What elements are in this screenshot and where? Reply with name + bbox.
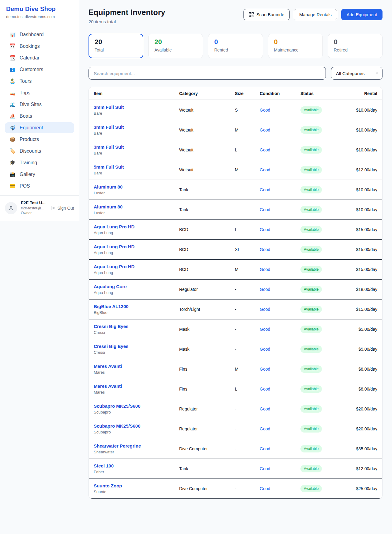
status-badge: Available — [300, 306, 322, 313]
item-name-link[interactable]: Cressi Big Eyes — [94, 344, 128, 349]
condition-link[interactable]: Good — [260, 247, 270, 252]
condition-link[interactable]: Good — [260, 167, 270, 172]
condition-link[interactable]: Good — [260, 446, 270, 451]
sidebar-item-dive-sites[interactable]: 🌊 Dive Sites — [5, 99, 74, 110]
sign-out-button[interactable]: Sign Out — [50, 205, 75, 211]
manage-rentals-button[interactable]: Manage Rentals — [294, 9, 337, 20]
item-name-link[interactable]: Aqua Lung Pro HD — [94, 224, 134, 229]
stat-card-available[interactable]: 20 Available — [148, 34, 203, 58]
item-cell: Aqua Lung Pro HD Aqua Lung — [94, 224, 179, 235]
status-badge: Available — [300, 485, 322, 492]
condition-link[interactable]: Good — [260, 227, 270, 232]
condition-link[interactable]: Good — [260, 387, 270, 391]
item-brand: Cressi — [94, 350, 179, 355]
stat-card-rented[interactable]: 0 Rented — [208, 34, 263, 58]
sidebar-item-gallery[interactable]: 📸 Gallery — [5, 169, 74, 180]
condition-link[interactable]: Good — [260, 108, 270, 113]
item-cell: Aqua Lung Pro HD Aqua Lung — [94, 264, 179, 275]
item-size: - — [235, 347, 260, 352]
item-name-link[interactable]: 3mm Full Suit — [94, 105, 124, 110]
item-name-link[interactable]: 3mm Full Suit — [94, 124, 124, 130]
item-size: - — [235, 426, 260, 431]
condition-link[interactable]: Good — [260, 426, 270, 431]
condition-link[interactable]: Good — [260, 486, 270, 491]
condition-cell: Good — [260, 466, 300, 471]
sidebar-item-calendar[interactable]: 📆 Calendar — [5, 52, 74, 63]
condition-link[interactable]: Good — [260, 267, 270, 272]
table-row: 3mm Full Suit Bare Wetsuit M Good Availa… — [89, 120, 382, 140]
item-name-link[interactable]: Aqua Lung Pro HD — [94, 244, 134, 249]
sign-out-icon — [50, 205, 55, 211]
stat-label: Retired — [334, 48, 376, 52]
condition-link[interactable]: Good — [260, 287, 270, 292]
item-name-link[interactable]: Aqua Lung Pro HD — [94, 264, 134, 269]
status-cell: Available — [300, 465, 340, 472]
status-badge: Available — [300, 425, 322, 433]
column-header-status: Status — [300, 91, 340, 96]
stat-card-retired[interactable]: 0 Retired — [328, 34, 383, 58]
sidebar-item-products[interactable]: 📦 Products — [5, 134, 74, 145]
item-name-link[interactable]: Steel 100 — [94, 463, 114, 468]
item-name-link[interactable]: Scubapro MK25/S600 — [94, 403, 141, 409]
sidebar-item-label: Bookings — [20, 44, 40, 49]
item-rental: $35.00/day — [340, 446, 377, 451]
sidebar-item-pos[interactable]: 💳 POS — [5, 181, 74, 192]
item-cell: Mares Avanti Mares — [94, 383, 179, 395]
condition-link[interactable]: Good — [260, 207, 270, 212]
condition-link[interactable]: Good — [260, 128, 270, 132]
item-name-link[interactable]: Aqualung Core — [94, 284, 127, 289]
item-size: - — [235, 187, 260, 192]
sidebar-item-label: Equipment — [20, 125, 43, 131]
sidebar-item-label: Dive Sites — [20, 102, 42, 107]
user-name: E2E Test U... — [21, 200, 47, 205]
stat-card-total[interactable]: 20 Total — [89, 34, 143, 58]
item-name-link[interactable]: Cressi Big Eyes — [94, 324, 128, 329]
sidebar-item-boats[interactable]: ⛵ Boats — [5, 111, 74, 122]
status-cell: Available — [300, 385, 340, 393]
condition-link[interactable]: Good — [260, 466, 270, 471]
stat-card-maintenance[interactable]: 0 Maintenance — [268, 34, 323, 58]
item-brand: Bare — [94, 131, 179, 135]
item-category: Wetsuit — [179, 108, 235, 113]
sidebar-item-customers[interactable]: 👥 Customers — [5, 64, 74, 75]
condition-link[interactable]: Good — [260, 187, 270, 192]
sidebar-item-bookings[interactable]: 📅 Bookings — [5, 41, 74, 52]
stat-label: Available — [154, 48, 197, 52]
condition-link[interactable]: Good — [260, 406, 270, 411]
item-name-link[interactable]: Scubapro MK25/S600 — [94, 423, 141, 429]
condition-link[interactable]: Good — [260, 147, 270, 152]
item-name-link[interactable]: 3mm Full Suit — [94, 144, 124, 150]
sidebar-item-tours[interactable]: 🏝️ Tours — [5, 76, 74, 87]
item-name-link[interactable]: Shearwater Peregrine — [94, 443, 141, 448]
item-name-link[interactable]: Suunto Zoop — [94, 483, 122, 488]
condition-link[interactable]: Good — [260, 367, 270, 372]
item-name-link[interactable]: Aluminum 80 — [94, 184, 123, 189]
item-name-link[interactable]: Mares Avanti — [94, 383, 122, 389]
table-row: Aqua Lung Pro HD Aqua Lung BCD M Good Av… — [89, 260, 382, 280]
sidebar-item-training[interactable]: 🎓 Training — [5, 157, 74, 168]
item-name-link[interactable]: 5mm Full Suit — [94, 164, 124, 170]
sidebar-item-discounts[interactable]: 🏷️ Discounts — [5, 146, 74, 157]
sidebar-item-label: Customers — [20, 67, 43, 72]
add-equipment-button[interactable]: Add Equipment — [341, 9, 383, 20]
sidebar-item-dashboard[interactable]: 📊 Dashboard — [5, 29, 74, 40]
sidebar-item-trips[interactable]: 🚤 Trips — [5, 87, 74, 98]
scan-barcode-button[interactable]: Scan Barcode — [243, 9, 290, 20]
condition-cell: Good — [260, 108, 300, 113]
category-select[interactable]: All Categories — [331, 67, 383, 80]
item-category: Wetsuit — [179, 128, 235, 132]
condition-link[interactable]: Good — [260, 307, 270, 312]
item-name-link[interactable]: BigBlue AL1200 — [94, 304, 129, 309]
sidebar-item-equipment[interactable]: 🤿 Equipment — [5, 122, 74, 133]
item-name-link[interactable]: Aluminum 80 — [94, 204, 123, 209]
sidebar-item-label: Dashboard — [20, 32, 43, 37]
condition-link[interactable]: Good — [260, 327, 270, 332]
search-input[interactable] — [89, 67, 326, 80]
item-rental: $20.00/day — [340, 406, 377, 411]
item-category: Regulator — [179, 287, 235, 292]
condition-link[interactable]: Good — [260, 347, 270, 352]
stat-value: 0 — [334, 38, 376, 46]
item-name-link[interactable]: Mares Avanti — [94, 364, 122, 369]
item-cell: Cressi Big Eyes Cressi — [94, 344, 179, 355]
condition-cell: Good — [260, 147, 300, 152]
